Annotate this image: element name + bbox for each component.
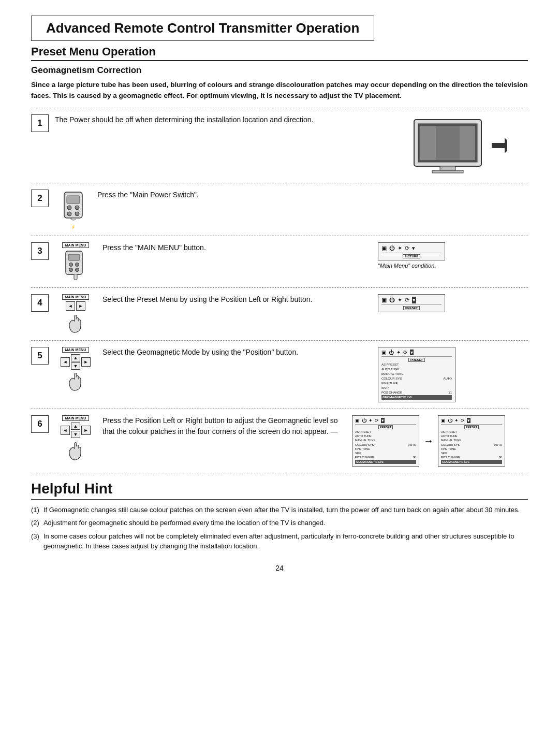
svg-point-12 — [67, 212, 71, 216]
step-number-box: 3 — [31, 242, 49, 260]
subsection-title: Geomagnetism Correction — [31, 65, 528, 76]
hand-icon2 — [64, 371, 87, 392]
hand-icon3 — [64, 441, 87, 461]
svg-rect-2 — [440, 166, 455, 170]
step-row: 3 MAIN MENU Press the "MAIN MENU" button… — [31, 236, 528, 287]
step-number-box: 5 — [31, 347, 49, 365]
step-text: Press the "MAIN MENU" button. — [102, 242, 372, 253]
page-title: Advanced Remote Control Transmitter Oper… — [46, 20, 359, 36]
step-number-box: 2 — [31, 190, 49, 207]
step-icon-col: MAIN MENU ◄ ▲ ▼ ► — [55, 347, 96, 392]
step-number-box: 4 — [31, 294, 49, 312]
svg-rect-3 — [432, 170, 463, 173]
power-label: ⚡ — [71, 225, 76, 229]
remote-hand-icon — [62, 250, 90, 281]
nav-arrows: ◄ ► — [66, 301, 85, 312]
hint-text-3: In some cases colour patches will not be… — [43, 531, 528, 551]
step-diagram: ▣⏻✦⟳▾ PRESET AS PRESET AUTO TUNE MANUAL … — [378, 347, 528, 402]
svg-point-10 — [67, 206, 71, 210]
helpful-hint-section: Helpful Hint (1) If Geomagnetic changes … — [31, 481, 528, 551]
step-diagram — [383, 114, 528, 177]
svg-point-11 — [75, 206, 79, 210]
hint-text-1: If Geomagnetic changes still cause colou… — [43, 505, 520, 515]
menu-caption: "Main Menu" condition. — [378, 263, 436, 269]
steps-container: 1 The Power should be off when determini… — [31, 108, 528, 473]
step-diagram: ▣⏻✦⟳▾ PICTURE "Main Menu" condition. — [378, 242, 528, 269]
svg-rect-5 — [420, 126, 436, 160]
step-row: 4 MAIN MENU ◄ ► Select the Preset Menu b… — [31, 287, 528, 340]
hint-num-1: (1) — [31, 505, 39, 515]
main-menu-label3: MAIN MENU — [62, 347, 89, 353]
step-number-box: 6 — [31, 415, 49, 433]
title-box: Advanced Remote Control Transmitter Oper… — [31, 16, 374, 41]
step-row: 2 ⚡ Press the "Main Power Switch". — [31, 183, 528, 236]
step-icon-col: MAIN MENU ◄ ► — [55, 294, 96, 334]
hint-text-2: Adjustment for geomagnetic should be per… — [43, 518, 326, 528]
step-row: 1 The Power should be off when determini… — [31, 108, 528, 183]
hint-list: (1) If Geomagnetic changes still cause c… — [31, 505, 528, 551]
svg-rect-15 — [68, 254, 80, 260]
step-number-box: 1 — [31, 114, 49, 132]
svg-marker-7 — [492, 138, 507, 153]
main-menu-label2: MAIN MENU — [62, 294, 89, 300]
svg-rect-9 — [67, 196, 80, 203]
menu-display-geo: ▣⏻✦⟳▾ PRESET AS PRESET AUTO TUNE MANUAL … — [378, 347, 455, 402]
step-text: Select the Preset Menu by using the Posi… — [102, 294, 372, 305]
step-diagram: ▣⏻✦⟳▾ PRESET — [378, 294, 528, 312]
menu-before: ▣⏻✦⟳▾ PRESET AS PRESET AUTO TUNE MANUAL … — [352, 415, 419, 467]
hand-press-icon — [59, 190, 87, 223]
hint-num-2: (2) — [31, 518, 39, 528]
tv-icon — [404, 114, 507, 177]
hint-item-2: (2) Adjustment for geomagnetic should be… — [31, 518, 528, 528]
page-number: 24 — [31, 564, 528, 572]
intro-text: Since a large picture tube has been used… — [31, 80, 528, 101]
step-icon-col: MAIN MENU — [55, 242, 96, 281]
step-text: Press the Position Left or Right button … — [102, 415, 346, 437]
main-menu-label: MAIN MENU — [62, 242, 89, 248]
step-row: 6 MAIN MENU ◄ ▲ ▼ ► Press the Position L… — [31, 409, 528, 473]
hand-icon — [64, 313, 87, 334]
menu-display: ▣⏻✦⟳▾ PICTURE — [378, 242, 445, 260]
svg-point-18 — [69, 268, 72, 271]
step-text: The Power should be off when determining… — [55, 114, 377, 125]
hint-item-1: (1) If Geomagnetic changes still cause c… — [31, 505, 528, 515]
step-diagram: ▣⏻✦⟳▾ PRESET AS PRESET AUTO TUNE MANUAL … — [352, 415, 528, 467]
svg-point-17 — [75, 263, 79, 266]
hint-num-3: (3) — [31, 531, 39, 551]
arrow-between: → — [423, 435, 434, 447]
step-icon-col: MAIN MENU ◄ ▲ ▼ ► — [55, 415, 96, 461]
main-menu-label4: MAIN MENU — [62, 415, 89, 421]
step-icon-col: ⚡ — [55, 190, 91, 229]
hint-item-3: (3) In some cases colour patches will no… — [31, 531, 528, 551]
svg-point-19 — [75, 268, 79, 271]
menu-display-preset: ▣⏻✦⟳▾ PRESET — [378, 294, 445, 312]
step-row: 5 MAIN MENU ◄ ▲ ▼ ► Select the Geomagnet… — [31, 340, 528, 409]
step-text: Press the "Main Power Switch". — [97, 190, 418, 200]
section-title: Preset Menu Operation — [31, 45, 528, 61]
step-text: Select the Geomagnetic Mode by using the… — [102, 347, 372, 358]
svg-point-16 — [69, 263, 72, 266]
menu-after: ▣⏻✦⟳▾ PRESET AS PRESET AUTO TUNE MANUAL … — [438, 415, 505, 467]
helpful-hint-title: Helpful Hint — [31, 481, 528, 500]
svg-rect-6 — [460, 126, 475, 160]
svg-point-13 — [75, 212, 79, 216]
